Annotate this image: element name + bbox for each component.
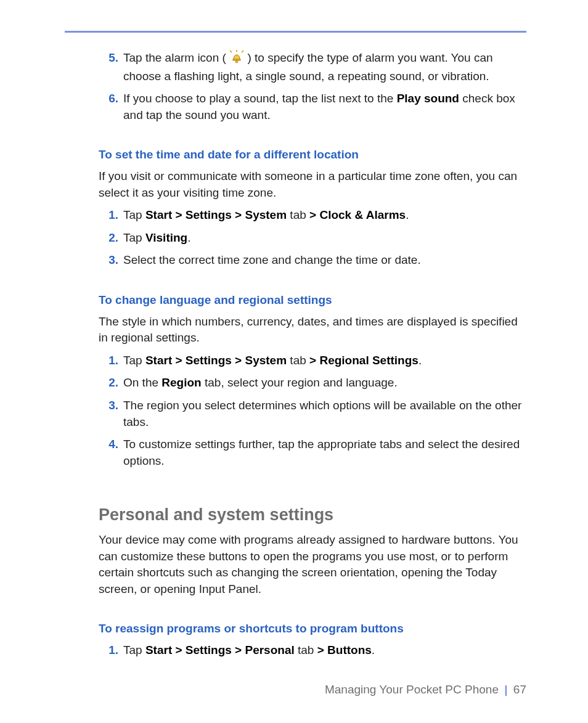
section-subhead: To set the time and date for a different… [65,147,526,163]
paragraph: Your device may come with programs alrea… [65,532,526,597]
svg-rect-3 [233,59,240,60]
text: . [419,354,422,367]
paragraph: If you visit or communicate with someone… [65,168,526,201]
item-number: 3. [99,252,123,269]
top-rule [65,31,526,33]
bold-text: Region [161,376,201,389]
item-text: If you choose to play a sound, tap the l… [123,91,526,123]
list-item: 1. Tap Start > Settings > Personal tab >… [65,642,526,659]
text: On the [123,376,161,389]
item-text: The region you select determines which o… [123,398,526,430]
list-item: 1. Tap Start > Settings > System tab > R… [65,353,526,369]
text: Tap the alarm icon ( [123,51,226,64]
bold-text: Start > Settings > System [145,354,287,367]
svg-line-1 [242,51,243,52]
bold-text: Visiting [145,231,187,244]
paragraph: The style in which numbers, currency, da… [65,314,526,346]
text: If you choose to play a sound, tap the l… [123,92,397,105]
bold-text: > Clock & Alarms [309,208,406,221]
bold-text: Play sound [397,92,459,105]
bold-text: > Buttons [317,643,372,656]
item-number: 6. [99,91,123,123]
item-text: To customize settings further, tap the a… [123,436,526,469]
alarm-bell-icon [229,50,244,68]
item-number: 2. [99,230,123,247]
item-number: 4. [99,436,123,469]
page-number: 67 [513,683,526,696]
page-footer: Managing Your Pocket PC Phone | 67 [325,682,526,698]
list-item: 3. Select the correct time zone and chan… [65,252,526,269]
item-number: 1. [99,642,123,659]
section-subhead: To reassign programs or shortcuts to pro… [65,621,526,637]
item-text: Tap Start > Settings > Personal tab > Bu… [123,642,526,659]
list-item: 5. Tap the alarm icon ( ) to specify the… [65,50,526,84]
item-text: Select the correct time zone and change … [123,252,526,269]
item-number: 3. [99,398,123,430]
bold-text: Start > Settings > Personal [145,643,295,656]
list-item: 1. Tap Start > Settings > System tab > C… [65,207,526,224]
text: Tap [123,231,145,244]
item-number: 2. [99,375,123,391]
footer-divider: | [502,683,510,696]
list-item: 3. The region you select determines whic… [65,398,526,430]
text: tab [287,208,309,221]
bold-text: Start > Settings > System [145,208,287,221]
text: . [406,208,409,221]
list-item: 6. If you choose to play a sound, tap th… [65,91,526,123]
item-text: Tap the alarm icon ( ) to specify the ty… [123,50,526,84]
text: Tap [123,208,145,221]
svg-line-0 [230,51,232,52]
text: tab [287,354,309,367]
section-title: Personal and system settings [65,504,526,527]
list-item: 4. To customize settings further, tap th… [65,436,526,469]
list-item: 2. Tap Visiting. [65,230,526,247]
chapter-name: Managing Your Pocket PC Phone [325,683,499,696]
svg-point-4 [235,60,238,63]
item-text: Tap Start > Settings > System tab > Regi… [123,353,526,369]
item-number: 1. [99,207,123,224]
bold-text: > Regional Settings [309,354,419,367]
text: tab [295,643,317,656]
item-number: 5. [99,50,123,84]
text: tab, select your region and language. [202,376,398,389]
item-number: 1. [99,353,123,369]
item-text: On the Region tab, select your region an… [123,375,526,391]
text: . [187,231,190,244]
text: Tap [123,354,145,367]
item-text: Tap Visiting. [123,230,526,247]
text: . [372,643,375,656]
text: Tap [123,643,145,656]
list-item: 2. On the Region tab, select your region… [65,375,526,391]
item-text: Tap Start > Settings > System tab > Cloc… [123,207,526,224]
section-subhead: To change language and regional settings [65,292,526,309]
